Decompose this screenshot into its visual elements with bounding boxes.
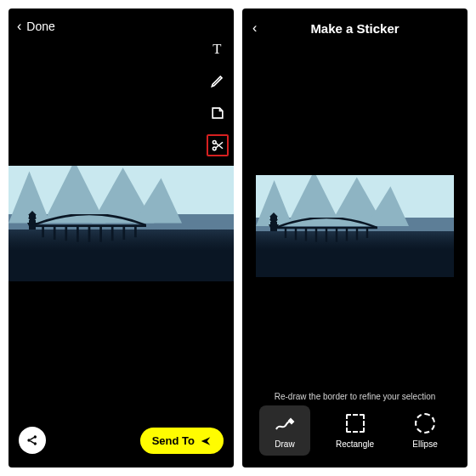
send-to-label: Send To: [152, 434, 195, 447]
edit-screen: ‹ Done T: [8, 8, 234, 468]
mode-draw[interactable]: Draw: [259, 405, 310, 456]
header: ‹ Done: [8, 8, 234, 44]
share-button[interactable]: [19, 427, 46, 454]
text-tool-icon[interactable]: T: [207, 37, 229, 60]
done-button[interactable]: Done: [26, 20, 54, 33]
sticker-preview-image[interactable]: [256, 175, 454, 277]
header: ‹ Make a Sticker: [242, 8, 468, 48]
make-sticker-screen: ‹ Make a Sticker Re-draw the border to r…: [242, 8, 468, 468]
shape-mode-picker: Draw Rectangle Ellipse: [242, 405, 468, 456]
ellipse-dashed-icon: [414, 412, 436, 434]
hint-text: Re-draw the border to refine your select…: [242, 392, 468, 401]
rectangle-dashed-icon: [344, 412, 366, 434]
send-to-button[interactable]: Send To: [140, 428, 224, 454]
mode-label: Rectangle: [336, 439, 374, 449]
mode-ellipse[interactable]: Ellipse: [400, 405, 450, 456]
svg-text:T: T: [212, 41, 221, 57]
sticker-icon[interactable]: [207, 102, 229, 124]
mode-rectangle[interactable]: Rectangle: [327, 405, 382, 456]
scissors-icon[interactable]: [207, 134, 229, 156]
mode-label: Ellipse: [412, 439, 437, 449]
page-title: Make a Sticker: [242, 21, 468, 36]
mode-label: Draw: [275, 439, 294, 449]
send-arrow-icon: [200, 435, 212, 447]
back-chevron-icon[interactable]: ‹: [17, 20, 21, 33]
pencil-icon[interactable]: [207, 70, 229, 92]
draw-freehand-icon: [274, 412, 296, 434]
snap-image: [8, 166, 234, 281]
